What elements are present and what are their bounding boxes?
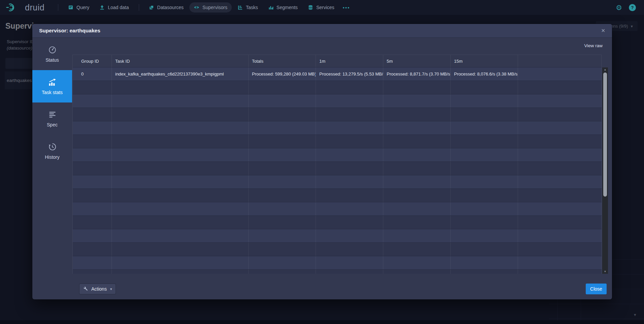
nav-item-segments[interactable]: Segments xyxy=(264,2,302,12)
table-empty-row xyxy=(73,216,602,229)
brand-name: druid xyxy=(25,3,44,12)
services-icon xyxy=(308,5,313,10)
column-header-filler xyxy=(518,55,602,67)
segments-icon xyxy=(268,5,273,10)
table-empty-row xyxy=(73,189,602,202)
top-nav: druid Query Load data Datasources xyxy=(0,0,644,15)
column-header-5m[interactable]: 5m xyxy=(383,55,451,67)
table-scrollbar[interactable]: ▲ ▼ xyxy=(602,67,608,274)
cell-task-id: index_kafka_earthquakes_c6d22f2137390e3_… xyxy=(112,67,249,81)
cell-totals: Processed: 599,280 (249.03 MB) xyxy=(249,67,316,81)
dialog-content: View raw Group ID Task ID Totals 1m 5m 1… xyxy=(72,38,612,299)
column-header-15m[interactable]: 15m xyxy=(451,55,518,67)
table-header-row: Group ID Task ID Totals 1m 5m 15m xyxy=(73,55,602,67)
tab-label: Spec xyxy=(47,122,58,127)
table-empty-row xyxy=(73,121,602,135)
cell-15m: Processed: 8,076.6/s (3.38 MB/s) xyxy=(451,67,518,81)
column-header-totals[interactable]: Totals xyxy=(249,55,316,67)
tab-task-stats[interactable]: Task stats xyxy=(32,70,72,102)
datasources-icon xyxy=(149,5,154,10)
task-stats-table: Group ID Task ID Totals 1m 5m 15m 0 inde… xyxy=(72,55,602,274)
supervisor-dialog: Supervisor: earthquakes ✕ Status xyxy=(32,24,612,299)
bar-chart-icon xyxy=(48,78,57,87)
nav-item-label: Segments xyxy=(277,5,298,10)
table-empty-row xyxy=(73,135,602,148)
close-icon[interactable]: ✕ xyxy=(599,26,607,35)
history-icon xyxy=(48,142,57,151)
cell-group-id: 0 xyxy=(73,67,112,81)
nav-item-label: Load data xyxy=(108,5,129,10)
nav-item-load-data[interactable]: Load data xyxy=(95,2,133,12)
table-empty-row xyxy=(73,229,602,243)
tab-history[interactable]: History xyxy=(32,135,72,167)
gear-icon[interactable]: ⚙ xyxy=(616,4,622,11)
view-raw-link[interactable]: View raw xyxy=(584,43,603,48)
table-empty-row xyxy=(73,81,602,94)
dialog-sidebar: Status Task stats Spe xyxy=(32,38,72,299)
table-empty-row xyxy=(73,256,602,270)
nav-item-services[interactable]: Services xyxy=(303,2,339,12)
cell-5m: Processed: 8,871.7/s (3.70 MB/s) xyxy=(383,67,451,81)
nav-item-tasks[interactable]: Tasks xyxy=(233,2,262,12)
eye-icon xyxy=(194,5,199,10)
nav-divider xyxy=(139,4,139,11)
tasks-icon xyxy=(237,5,243,10)
scroll-down-icon[interactable]: ▼ xyxy=(602,270,608,273)
table-empty-row xyxy=(73,202,602,216)
table-empty-row xyxy=(73,108,602,121)
table-empty-row xyxy=(73,162,602,175)
column-header-1m[interactable]: 1m xyxy=(316,55,383,67)
close-button[interactable]: Close xyxy=(586,284,607,294)
dialog-header: Supervisor: earthquakes ✕ xyxy=(32,24,612,38)
cell-1m: Processed: 13,279.5/s (5.53 MB/s) xyxy=(316,67,383,81)
query-icon xyxy=(68,5,73,10)
table-empty-row xyxy=(73,175,602,189)
actions-button[interactable]: Actions ▾ xyxy=(79,284,116,294)
scroll-up-icon[interactable]: ▲ xyxy=(602,68,608,71)
table-empty-row xyxy=(73,148,602,162)
actions-label: Actions xyxy=(91,286,107,292)
tab-spec[interactable]: Spec xyxy=(32,102,72,135)
column-header-task-id[interactable]: Task ID xyxy=(112,55,249,67)
help-icon[interactable]: ? xyxy=(629,4,636,11)
align-left-icon xyxy=(48,110,57,119)
table-body: 0 index_kafka_earthquakes_c6d22f2137390e… xyxy=(73,67,602,274)
nav-item-label: Datasources xyxy=(157,5,184,10)
dialog-title: Supervisor: earthquakes xyxy=(39,28,599,34)
nav-item-query[interactable]: Query xyxy=(64,2,94,12)
more-dots-icon: ••• xyxy=(343,5,350,10)
table-empty-row xyxy=(73,243,602,256)
nav-item-label: Services xyxy=(316,5,334,10)
upload-icon xyxy=(99,5,105,10)
nav-item-label: Query xyxy=(76,5,89,10)
column-header-group-id[interactable]: Group ID xyxy=(73,55,112,67)
nav-more-button[interactable]: ••• xyxy=(340,2,353,13)
tab-label: Status xyxy=(45,57,59,63)
table-empty-row xyxy=(73,94,602,108)
gauge-icon xyxy=(48,45,57,54)
caret-down-icon: ▾ xyxy=(110,287,112,291)
tab-status[interactable]: Status xyxy=(32,38,72,70)
nav-item-label: Supervisors xyxy=(202,5,227,10)
tab-label: History xyxy=(45,154,60,160)
nav-item-supervisors[interactable]: Supervisors xyxy=(189,2,232,12)
nav-divider xyxy=(58,4,58,11)
druid-logo[interactable]: druid xyxy=(5,2,44,12)
nav-item-datasources[interactable]: Datasources xyxy=(144,2,188,12)
table-row[interactable]: 0 index_kafka_earthquakes_c6d22f2137390e… xyxy=(73,67,602,81)
scrollbar-thumb[interactable] xyxy=(603,72,607,197)
nav-item-label: Tasks xyxy=(246,5,258,10)
cell-filler xyxy=(518,67,602,81)
tab-label: Task stats xyxy=(42,90,63,95)
app-root: druid Query Load data Datasources xyxy=(0,0,644,324)
wrench-icon xyxy=(83,286,89,292)
druid-logo-icon xyxy=(5,2,21,12)
table-empty-row xyxy=(73,270,602,274)
